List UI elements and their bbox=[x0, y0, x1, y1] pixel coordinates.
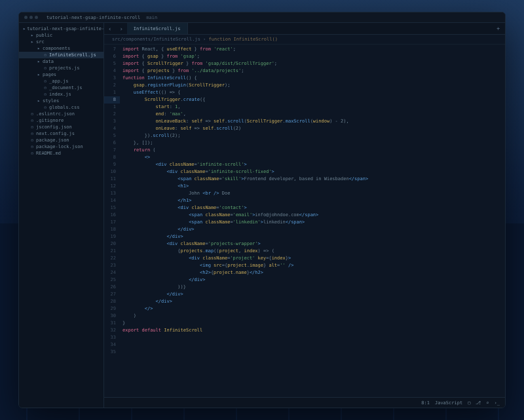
terminal-icon[interactable]: ›_ bbox=[495, 400, 500, 406]
line-number[interactable]: 13 bbox=[104, 190, 120, 197]
line-number[interactable]: 6 bbox=[104, 53, 120, 60]
code-area[interactable]: import React, { useEffect } from 'react'… bbox=[120, 45, 505, 397]
line-number[interactable]: 5 bbox=[104, 60, 120, 67]
code-line[interactable]: import React, { useEffect } from 'react'… bbox=[120, 46, 505, 53]
code-line[interactable]: </div> bbox=[120, 226, 505, 233]
code-editor[interactable]: 7654321812345678910111213141516171819202… bbox=[104, 45, 505, 397]
code-line[interactable]: <div className='project' key={index}> bbox=[120, 255, 505, 262]
code-line[interactable]: <h2>{project.name}</h2> bbox=[120, 269, 505, 277]
git-branch[interactable]: main bbox=[146, 15, 157, 20]
code-line[interactable]: <div className='infinite-scroll-fixed'> bbox=[120, 168, 505, 176]
tree-item[interactable]: ▫_document.js bbox=[19, 85, 103, 91]
code-line[interactable]: {projects.map((project, index) => ( bbox=[120, 248, 505, 255]
line-gutter[interactable]: 7654321812345678910111213141516171819202… bbox=[104, 45, 120, 397]
code-line[interactable]: </h1> bbox=[120, 197, 505, 204]
line-number[interactable]: 4 bbox=[104, 67, 120, 75]
line-number[interactable]: 18 bbox=[104, 226, 120, 233]
tab-prev-icon[interactable]: ‹ bbox=[104, 26, 115, 32]
code-line[interactable]: <div className='infinite-scroll'> bbox=[120, 161, 505, 168]
code-line[interactable]: <span className='skill'>Frontend develop… bbox=[120, 176, 505, 183]
language-mode[interactable]: JavaScript bbox=[435, 400, 462, 406]
line-number[interactable]: 4 bbox=[104, 125, 120, 132]
code-line[interactable]: <div className='contact'> bbox=[120, 204, 505, 212]
code-line[interactable]: John <br /> Doe bbox=[120, 190, 505, 197]
line-number[interactable]: 23 bbox=[104, 262, 120, 269]
tree-item[interactable]: ▫.gitignore bbox=[19, 117, 103, 124]
line-number[interactable]: 34 bbox=[104, 341, 120, 349]
line-number[interactable]: 7 bbox=[104, 46, 120, 53]
titlebar[interactable]: tutorial-next-gsap-infinite-scroll main bbox=[19, 12, 505, 23]
code-line[interactable]: return ( bbox=[120, 147, 505, 154]
code-line[interactable]: ))} bbox=[120, 284, 505, 291]
line-number[interactable]: 14 bbox=[104, 197, 120, 204]
window-max-icon[interactable] bbox=[35, 16, 38, 19]
line-number[interactable]: 3 bbox=[104, 75, 120, 82]
code-line[interactable]: function InfiniteScroll() { bbox=[120, 75, 505, 82]
line-number[interactable]: 31 bbox=[104, 320, 120, 327]
window-min-icon[interactable] bbox=[29, 16, 33, 19]
tree-item[interactable]: ▸data bbox=[19, 58, 103, 65]
code-line[interactable]: </> bbox=[120, 305, 505, 313]
line-number[interactable]: 24 bbox=[104, 269, 120, 277]
line-number[interactable]: 28 bbox=[104, 298, 120, 305]
code-line[interactable]: export default InfiniteScroll bbox=[120, 327, 505, 334]
line-number[interactable]: 19 bbox=[104, 233, 120, 240]
search-icon[interactable]: ⌕ bbox=[486, 400, 489, 406]
code-line[interactable]: ) bbox=[120, 313, 505, 320]
line-number[interactable]: 22 bbox=[104, 255, 120, 262]
line-number[interactable]: 32 bbox=[104, 327, 120, 334]
tree-item[interactable]: ▸src bbox=[19, 39, 103, 45]
tree-item[interactable]: ▫projects.js bbox=[19, 65, 103, 71]
tree-item[interactable]: ▸styles bbox=[19, 98, 103, 104]
line-number[interactable]: 30 bbox=[104, 313, 120, 320]
code-line[interactable]: <div className='projects-wrapper'> bbox=[120, 240, 505, 248]
line-number[interactable]: 11 bbox=[104, 176, 120, 183]
line-number[interactable]: 27 bbox=[104, 291, 120, 298]
tree-item[interactable]: ▫_app.js bbox=[19, 78, 103, 85]
tab-next-icon[interactable]: › bbox=[115, 26, 126, 32]
code-line[interactable]: <h1> bbox=[120, 183, 505, 190]
line-number[interactable]: 5 bbox=[104, 132, 120, 140]
git-icon[interactable]: ⎇ bbox=[476, 400, 481, 406]
tab-active[interactable]: InfiniteScroll.js bbox=[127, 23, 188, 34]
line-number[interactable]: 21 bbox=[104, 248, 120, 255]
code-line[interactable]: </div> bbox=[120, 291, 505, 298]
line-number[interactable]: 8 bbox=[104, 96, 120, 104]
code-line[interactable]: start: 1, bbox=[120, 104, 505, 111]
code-line[interactable]: ScrollTrigger.create({ bbox=[120, 96, 505, 104]
tree-item[interactable]: ▸pages bbox=[19, 71, 103, 78]
code-line[interactable]: <span className='linkedin'>linkedin</spa… bbox=[120, 219, 505, 226]
code-line[interactable]: gsap.registerPlugin(ScrollTrigger); bbox=[120, 82, 505, 89]
line-number[interactable]: 20 bbox=[104, 240, 120, 248]
line-number[interactable]: 15 bbox=[104, 204, 120, 212]
code-line[interactable]: onLeave: self => self.scroll(2) bbox=[120, 125, 505, 132]
line-number[interactable]: 1 bbox=[104, 104, 120, 111]
tree-item[interactable]: ▫next.config.js bbox=[19, 130, 103, 137]
panel-icon[interactable]: ▢ bbox=[468, 400, 470, 406]
file-tree[interactable]: ▸tutorial-next-gsap-infinite-scroll▸publ… bbox=[19, 23, 104, 408]
code-line[interactable]: import { ScrollTrigger } from 'gsap/dist… bbox=[120, 60, 505, 67]
tree-item[interactable]: ▸tutorial-next-gsap-infinite-scroll bbox=[19, 26, 103, 32]
line-number[interactable]: 17 bbox=[104, 219, 120, 226]
code-line[interactable]: onLeaveBack: self => self.scroll(ScrollT… bbox=[120, 118, 505, 125]
tree-item[interactable]: ▫package-lock.json bbox=[19, 143, 103, 150]
line-number[interactable]: 12 bbox=[104, 183, 120, 190]
tree-item[interactable]: ▫jsconfig.json bbox=[19, 124, 103, 130]
code-line[interactable]: <img src={project.image} alt='' /> bbox=[120, 262, 505, 269]
code-line[interactable]: </div> bbox=[120, 233, 505, 240]
code-line[interactable]: }).scroll(2); bbox=[120, 132, 505, 140]
window-close-icon[interactable] bbox=[24, 16, 28, 19]
line-number[interactable]: 25 bbox=[104, 277, 120, 284]
tree-item[interactable]: ▫index.js bbox=[19, 91, 103, 98]
line-number[interactable]: 16 bbox=[104, 212, 120, 219]
line-number[interactable]: 35 bbox=[104, 349, 120, 356]
code-line[interactable]: }, []); bbox=[120, 140, 505, 147]
tree-item[interactable]: ▸components bbox=[19, 45, 103, 52]
line-number[interactable]: 3 bbox=[104, 118, 120, 125]
tree-item[interactable]: ▸public bbox=[19, 32, 103, 39]
line-number[interactable]: 29 bbox=[104, 305, 120, 313]
line-number[interactable]: 10 bbox=[104, 168, 120, 176]
line-number[interactable]: 33 bbox=[104, 334, 120, 341]
tree-item[interactable]: ▫.eslintrc.json bbox=[19, 111, 103, 117]
tree-item[interactable]: ▫globals.css bbox=[19, 104, 103, 111]
